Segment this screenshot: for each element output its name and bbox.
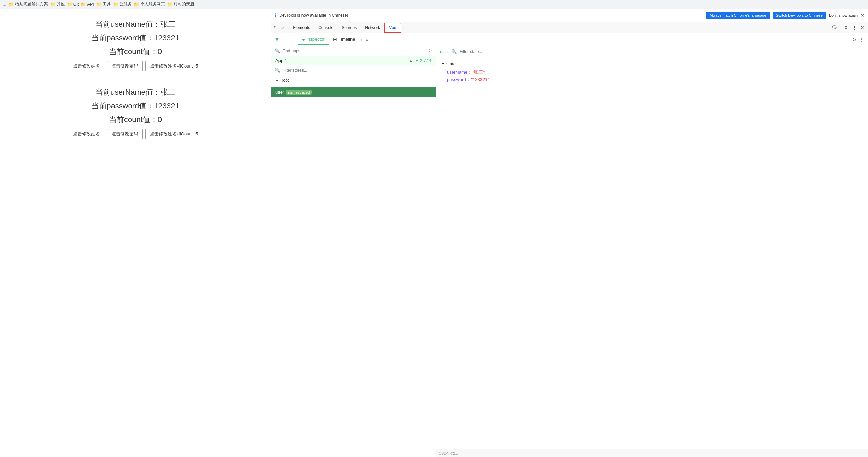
- tab-sources[interactable]: Sources: [337, 23, 361, 32]
- bookmark-label: 公服务: [119, 1, 132, 7]
- bookmark-label: 个人服务网页: [140, 1, 165, 7]
- folder-icon: 📁: [67, 2, 72, 7]
- bookmark-label: API: [87, 2, 94, 7]
- bookmarks-bar: ... 📁 特别问题解决方案 📁 其他 📁 Git 📁 API 📁 工具 📁 公…: [0, 0, 868, 9]
- state-field-password: password : "123321": [447, 77, 863, 82]
- tab-timeline[interactable]: ⊞ Timeline: [329, 35, 359, 45]
- close-notification-btn[interactable]: ✕: [860, 13, 865, 18]
- more-tabs-btn[interactable]: »: [401, 24, 406, 31]
- bookmark-label: 其他: [57, 1, 65, 7]
- bookmark-item[interactable]: 📁 特别问题解决方案: [9, 1, 48, 7]
- main-content: 当前userName值：张三 当前password值：123321 当前coun…: [0, 9, 868, 457]
- tab-elements[interactable]: Elements: [289, 23, 314, 32]
- devtools-panel: ℹ DevTools is now available in Chinese! …: [271, 9, 868, 457]
- vue-tabs: ▼ ← → ● Inspector ⊞ Timeline › ≡ ↻ ⋮: [271, 33, 868, 46]
- switch-devtools-btn[interactable]: Switch DevTools to Chinese: [773, 12, 826, 19]
- state-filter-input[interactable]: [460, 49, 864, 54]
- filter-stores-bar: 🔍: [271, 65, 436, 75]
- state-key-username: userName: [447, 70, 467, 75]
- device-toggle-btn[interactable]: ▭: [279, 24, 285, 31]
- section2-count: 当前count值：0: [14, 115, 257, 125]
- section2-btn3[interactable]: 点击修改姓名和Count+5: [145, 129, 203, 139]
- timeline-icon: ⊞: [333, 37, 337, 42]
- devtools-tabs: ⬚ ▭ | Elements Console Sources Network V…: [271, 22, 868, 33]
- root-section: ▼ Root: [271, 75, 436, 87]
- state-section-label: ▼ state: [441, 61, 863, 67]
- folder-icon: 📁: [134, 2, 139, 7]
- tab-vue[interactable]: Vue: [384, 23, 401, 33]
- find-apps-bar: 🔍 ↻: [271, 46, 436, 56]
- devtools-bottom-bar: CSDN ©2.x: [436, 449, 868, 457]
- section1-count: 当前count值：0: [14, 47, 257, 57]
- folder-icon: 📁: [81, 2, 86, 7]
- app-row[interactable]: App 1 ▲ ▼ 2.7.14: [271, 56, 436, 65]
- section1-username: 当前userName值：张三: [14, 19, 257, 29]
- root-text: Root: [280, 78, 289, 83]
- filter-search-icon: 🔍: [275, 68, 280, 73]
- inspect-element-btn[interactable]: ⬚: [273, 24, 279, 31]
- settings-btn[interactable]: ⚙: [842, 24, 850, 32]
- inspector-dot: ●: [302, 37, 305, 42]
- bookmark-separator: ...: [3, 2, 7, 7]
- bookmark-label: 工具: [103, 1, 111, 7]
- state-store-name: user: [440, 49, 449, 54]
- bookmark-item[interactable]: 📁 Git: [67, 2, 79, 7]
- section2-password: 当前password值：123321: [14, 101, 257, 111]
- vue-content: 🔍 ↻ App 1 ▲ ▼ 2.7.14: [271, 46, 868, 457]
- root-triangle: ▼: [275, 79, 279, 82]
- dont-show-again-btn[interactable]: Don't show again: [829, 13, 858, 17]
- close-devtools-btn[interactable]: ✕: [859, 24, 867, 32]
- find-apps-input[interactable]: [282, 49, 426, 53]
- more-options-btn[interactable]: ⋮: [850, 24, 859, 32]
- section2-btn1[interactable]: 点击修改姓名: [69, 129, 104, 139]
- root-label: ▼ Root: [275, 78, 431, 83]
- always-match-btn[interactable]: Always match Chrome's language: [706, 12, 770, 19]
- state-value-password: "123321": [471, 77, 489, 82]
- chat-badge-btn[interactable]: 💬 1: [830, 24, 842, 31]
- section1-btn1[interactable]: 点击修改姓名: [69, 61, 104, 71]
- section1-buttons: 点击修改姓名 点击修改密码 点击修改姓名和Count+5: [14, 61, 257, 71]
- section2-username: 当前userName值：张三: [14, 87, 257, 97]
- vue-refresh-btn[interactable]: ↻: [851, 36, 858, 44]
- chat-icon: 💬: [832, 25, 837, 30]
- folder-icon: 📁: [113, 2, 118, 7]
- more-vue-tabs[interactable]: ≡: [364, 36, 370, 44]
- vue-forward-btn[interactable]: →: [290, 36, 298, 44]
- bookmark-item[interactable]: 📁 公服务: [113, 1, 132, 7]
- state-search-icon: 🔍: [451, 49, 457, 54]
- state-key-password: password: [447, 77, 466, 82]
- refresh-icon[interactable]: ↻: [428, 48, 432, 53]
- timeline-label: Timeline: [338, 37, 355, 42]
- state-colon-2: :: [468, 77, 469, 82]
- state-value-username: "张三": [473, 70, 485, 75]
- vue-back-btn[interactable]: ←: [283, 36, 290, 44]
- bookmark-item[interactable]: 📁 对勾的亲启: [167, 1, 194, 7]
- tab-console[interactable]: Console: [314, 23, 337, 32]
- bookmark-item[interactable]: 📁 其他: [50, 1, 65, 7]
- bookmark-item[interactable]: 📁 工具: [96, 1, 111, 7]
- vue-right-panel: user 🔍 ▼ state userName : "张三": [436, 46, 868, 457]
- filter-stores-input[interactable]: [282, 68, 432, 73]
- bookmark-label: 对勾的亲启: [174, 1, 194, 7]
- section1-btn3[interactable]: 点击修改姓名和Count+5: [145, 61, 203, 71]
- folder-icon: 📁: [96, 2, 102, 7]
- section-2: 当前userName值：张三 当前password值：123321 当前coun…: [14, 84, 257, 146]
- store-item-user[interactable]: user namespaced: [271, 87, 436, 97]
- inspector-label: Inspector: [306, 37, 324, 42]
- section1-password: 当前password值：123321: [14, 33, 257, 43]
- bookmark-item[interactable]: 📁 个人服务网页: [134, 1, 165, 7]
- chat-count: 1: [838, 26, 840, 30]
- vue-more-btn[interactable]: ⋮: [858, 36, 865, 44]
- state-section-text: state: [446, 61, 456, 67]
- section1-btn2[interactable]: 点击修改密码: [107, 61, 143, 71]
- state-triangle: ▼: [441, 62, 445, 66]
- bookmark-label: Git: [73, 2, 79, 7]
- info-icon: ℹ: [275, 13, 276, 18]
- tab-inspector[interactable]: ● Inspector: [298, 35, 329, 45]
- page-area: 当前userName值：张三 当前password值：123321 当前coun…: [0, 9, 271, 457]
- section2-btn2[interactable]: 点击修改密码: [107, 129, 143, 139]
- app-version: ▼ 2.7.14: [415, 58, 431, 63]
- bookmark-item[interactable]: 📁 API: [81, 2, 94, 7]
- state-header: user 🔍: [436, 46, 868, 57]
- tab-network[interactable]: Network: [361, 23, 384, 32]
